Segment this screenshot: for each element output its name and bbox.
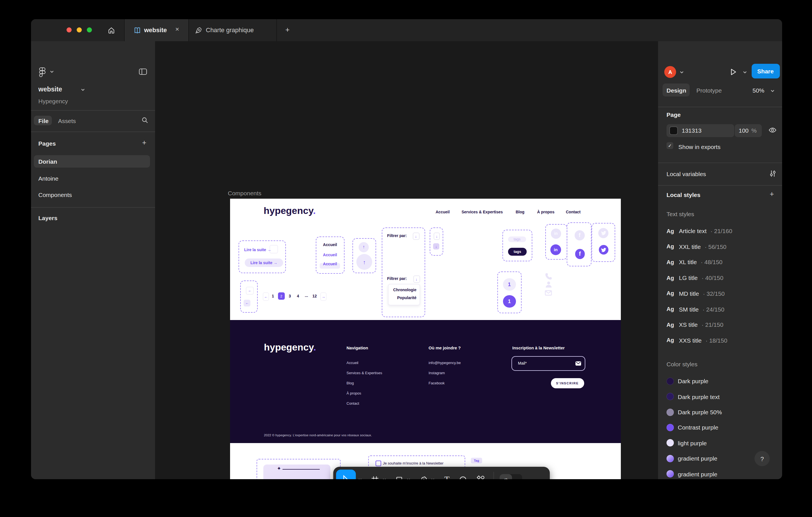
component-link-states-box[interactable]: Accueil Accueil Accueil <box>316 237 344 274</box>
footer-link-blog[interactable]: Blog <box>347 381 354 385</box>
figma-menu-chevron-icon[interactable] <box>50 70 54 73</box>
tab-charte-graphique[interactable]: Charte graphique <box>188 19 276 41</box>
text-tool-button[interactable]: T <box>444 475 450 479</box>
add-style-button[interactable]: + <box>770 190 774 198</box>
filter-dropdown-menu[interactable]: Chronologie Popularité <box>388 283 420 305</box>
variables-sliders-icon[interactable] <box>769 170 777 177</box>
tab-assets[interactable]: Assets <box>58 117 76 124</box>
page-opacity-input[interactable]: 100 % <box>735 124 762 137</box>
move-tool-button[interactable] <box>336 470 356 479</box>
text-style-row[interactable]: AgXXS title· 18/150 <box>667 334 779 346</box>
zoom-chevron-icon[interactable] <box>770 89 775 92</box>
filter-option-popularite[interactable]: Popularité <box>397 296 416 299</box>
frame-label[interactable]: Components <box>228 190 261 196</box>
component-facebook-box[interactable]: f f <box>567 222 591 266</box>
footer-contact-email[interactable]: info@hypegency.be <box>429 360 461 364</box>
back-arrow-hover[interactable]: ← <box>243 299 250 306</box>
zoom-level[interactable]: 50% <box>753 87 764 94</box>
show-in-exports-label[interactable]: Show in exports <box>678 143 720 150</box>
pagination-12[interactable]: 12 <box>312 294 317 298</box>
shape-tool-button[interactable] <box>395 475 403 479</box>
page-item-dorian[interactable]: Dorian <box>38 158 57 165</box>
actions-tool-button[interactable] <box>476 475 485 479</box>
nav-services[interactable]: Services & Expertises <box>462 210 503 214</box>
newsletter-email-input[interactable]: Mail* <box>511 356 585 371</box>
tab-file-label[interactable]: File <box>38 117 49 124</box>
pagination-1[interactable]: 1 <box>272 294 274 298</box>
tag-label[interactable]: Tag <box>471 458 482 463</box>
nav-blog[interactable]: Blog <box>516 210 524 214</box>
badge-active[interactable]: 1 <box>503 295 516 308</box>
text-style-row[interactable]: AgXS title· 21/150 <box>667 318 779 331</box>
text-style-row[interactable]: AgMD title· 32/150 <box>667 287 779 299</box>
footer-link-services[interactable]: Services & Expertises <box>347 371 382 375</box>
color-style-row[interactable]: light purple <box>667 437 779 449</box>
read-more-button[interactable]: Lire la suite → <box>245 258 283 267</box>
tab-design[interactable]: Design <box>667 87 686 94</box>
scroll-up-small-button[interactable]: ↑ <box>359 242 369 252</box>
components-frame[interactable]: hypegency. Accueil Services & Expertises… <box>230 199 620 479</box>
component-number-badge-box[interactable]: 1 1 <box>497 271 521 313</box>
footer-link-contact[interactable]: Contact <box>347 401 359 405</box>
page-color-swatch[interactable] <box>670 127 677 134</box>
tab-website[interactable]: website ✕ <box>124 19 188 41</box>
dev-mode-toggle[interactable]: </> <box>500 474 522 479</box>
filter-option-chronologie[interactable]: Chronologie <box>393 288 416 292</box>
color-style-row[interactable]: Contrast purple <box>667 421 779 433</box>
component-tags-box[interactable]: tags tags <box>502 229 532 261</box>
subscribe-button[interactable]: S'INSCRIRE <box>551 378 584 388</box>
present-play-icon[interactable] <box>729 68 737 76</box>
component-down-arrow-box[interactable]: ↓ ↓ <box>429 227 443 255</box>
component-read-more-box[interactable]: Lire la suite → Lire la suite → <box>238 240 286 273</box>
comment-tool-button[interactable] <box>459 475 467 479</box>
color-style-row[interactable]: Dark purple text <box>667 390 779 403</box>
share-button[interactable]: Share <box>751 64 780 78</box>
close-window-button[interactable] <box>66 27 71 32</box>
page-color-input[interactable]: 131313 <box>667 124 734 137</box>
filter-dropdown-button-2[interactable]: ↓ <box>413 275 420 283</box>
twitter-icon[interactable] <box>599 245 608 254</box>
back-arrow-default[interactable]: ← <box>246 287 254 294</box>
file-title-chevron-icon[interactable] <box>81 88 85 91</box>
link-state-active[interactable]: Accueil <box>316 262 344 266</box>
link-state-hover[interactable]: Accueil <box>316 253 344 257</box>
pen-tool-button[interactable] <box>419 475 428 479</box>
add-page-button[interactable]: + <box>142 138 146 147</box>
text-style-row[interactable]: AgLG title· 40/150 <box>667 271 779 284</box>
page-item-antoine[interactable]: Antoine <box>38 175 58 182</box>
pagination-4[interactable]: 4 <box>297 294 299 298</box>
text-style-row[interactable]: AgXL title· 48/150 <box>667 256 779 268</box>
color-style-row[interactable]: gradient purple <box>667 468 779 479</box>
down-arrow-default[interactable]: ↓ <box>434 233 440 240</box>
component-back-arrow-box[interactable]: ← ← <box>240 280 258 312</box>
panel-toggle-icon[interactable] <box>139 68 147 75</box>
nav-accueil[interactable]: Accueil <box>436 210 450 214</box>
footer-link-accueil[interactable]: Accueil <box>347 360 358 364</box>
component-filter-box[interactable]: Filtrer par: ↓ Filtrer par: ↓ Chronologi… <box>381 227 425 317</box>
read-more-link[interactable]: Lire la suite → <box>244 247 271 251</box>
local-variables-label[interactable]: Local variables <box>667 170 706 177</box>
page-item-components[interactable]: Components <box>38 191 72 198</box>
text-style-row[interactable]: AgXXL title· 56/150 <box>667 240 779 252</box>
tab-prototype[interactable]: Prototype <box>696 87 722 94</box>
shape-tool-chevron-icon[interactable] <box>407 478 410 479</box>
new-tab-button[interactable]: + <box>285 25 290 34</box>
page-opacity-value[interactable]: 100 <box>739 127 749 134</box>
filter-dropdown-button-1[interactable]: ↓ <box>412 233 419 240</box>
pen-tool-chevron-icon[interactable] <box>431 478 435 479</box>
present-chevron-icon[interactable] <box>743 71 747 74</box>
frame-tool-button[interactable] <box>371 475 379 479</box>
pagination-prev[interactable]: ← <box>263 292 269 301</box>
frame-tool-chevron-icon[interactable] <box>382 478 386 479</box>
nav-contact[interactable]: Contact <box>566 210 581 214</box>
footer-link-apropos[interactable]: À propos <box>347 391 361 395</box>
pagination-3[interactable]: 3 <box>289 294 291 298</box>
search-icon[interactable] <box>142 117 148 124</box>
component-linkedin-box[interactable]: in in <box>545 224 567 260</box>
home-icon[interactable] <box>108 27 115 34</box>
show-in-exports-checkbox[interactable]: ✓ <box>667 142 673 149</box>
text-style-row[interactable]: AgSM title· 24/150 <box>667 303 779 315</box>
down-arrow-hover[interactable]: ↓ <box>433 243 439 249</box>
link-state-default[interactable]: Accueil <box>316 243 344 247</box>
help-button[interactable]: ? <box>754 451 770 466</box>
